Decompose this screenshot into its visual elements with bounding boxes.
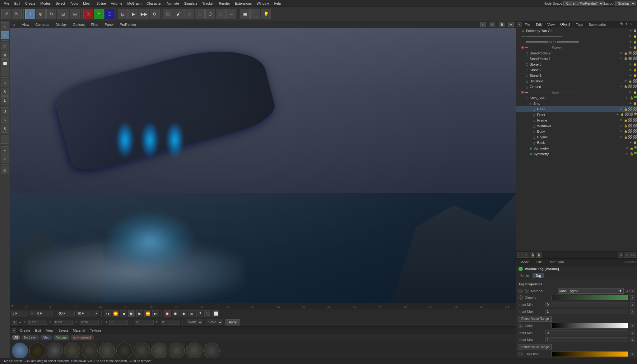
lock-btn-head[interactable]: 🔒 — [623, 107, 628, 111]
menu-render[interactable]: Render — [216, 1, 232, 6]
obj-settings-icon[interactable]: ⚙ — [630, 22, 635, 27]
apply-btn[interactable]: Apply — [226, 319, 240, 325]
tree-item-bigstone[interactable]: △ BigStone 👁 🔒 — [516, 78, 637, 84]
rotate-tool-btn[interactable]: ↻ — [46, 9, 56, 19]
menu-volume[interactable]: Volume — [109, 1, 125, 6]
y-input[interactable] — [54, 320, 73, 325]
eye-btn-engine[interactable]: 👁 — [619, 135, 623, 139]
sidebar-s3-btn[interactable]: S — [1, 107, 9, 115]
tree-item-ground[interactable]: △ Ground 👁 🔒 — [516, 84, 637, 90]
poly-btn[interactable]: ⬡ — [184, 9, 194, 19]
z-input[interactable] — [80, 320, 99, 325]
tree-item-front[interactable]: △ Front 👁 🔒 — [516, 112, 637, 117]
tree-item-stone3[interactable]: ⬡ Stone 3 👁 🔒 — [516, 62, 637, 67]
mat-btn2[interactable]: ▼ — [630, 289, 635, 293]
attr-tag-tab[interactable]: Tag — [532, 273, 544, 278]
eye-btn-sym1[interactable]: 👁 — [625, 146, 629, 150]
coords-icon[interactable]: – — [19, 320, 21, 324]
lock-btn-shipsds[interactable]: 🔒 — [629, 96, 634, 100]
eye-btn-vdb[interactable]: 👁 — [628, 40, 632, 44]
vt-corner-btn3[interactable]: 🔒 — [499, 22, 504, 27]
tree-item-planet[interactable]: ━━ =========== Planet =========== 👁 🔒 — [516, 45, 637, 50]
sidebar-l-btn[interactable]: L — [1, 96, 9, 104]
menu-mograph[interactable]: MoGraph — [125, 1, 144, 6]
sidebar-face-btn[interactable]: ▦ — [1, 51, 9, 59]
render-btn[interactable]: ▶▶ — [139, 9, 149, 19]
filter-icon[interactable]: ▼ — [625, 22, 630, 27]
lock-btn-windows[interactable]: 🔒 — [623, 124, 628, 128]
render-settings-btn[interactable]: ⚙ — [150, 9, 160, 19]
sidebar-point-btn[interactable]: · — [1, 68, 9, 76]
x-axis-btn[interactable]: X — [83, 9, 93, 19]
density-expand-btn[interactable]: ▼ — [630, 295, 635, 300]
mat-texture-btn[interactable]: Texture — [89, 329, 102, 332]
menu-spline[interactable]: Spline — [94, 1, 109, 6]
lock-btn-scene[interactable]: 🔒 — [633, 29, 637, 33]
z-axis-btn[interactable]: Z — [105, 9, 114, 19]
tab-bookmarks[interactable]: Bookmarks — [586, 22, 608, 27]
tab-object[interactable]: Object — [558, 22, 573, 27]
eye-btn-stone1[interactable]: 👁 — [628, 73, 632, 78]
display-btn[interactable]: ⬛ — [250, 9, 260, 19]
goto-end-btn[interactable]: ⏭ — [152, 310, 159, 317]
vt-filter-btn[interactable]: Filter — [90, 23, 100, 26]
eye-btn-sym2[interactable]: 👁 — [625, 152, 629, 156]
lock-btn-stone2[interactable]: 🔒 — [633, 68, 637, 72]
tree-nav-r2[interactable]: ▷ — [624, 252, 630, 258]
color-circle-btn[interactable]: ▷ — [518, 324, 523, 328]
time-dropdown[interactable]: ▼ — [94, 311, 99, 316]
tree-nav-back[interactable]: ← — [517, 252, 523, 258]
eye-btn-sr1[interactable]: 👁 — [619, 57, 623, 61]
scale-tool-btn[interactable]: ⊕ — [36, 9, 46, 19]
tree-nav-lock[interactable]: 🔒 — [530, 252, 535, 258]
eye-btn-ship[interactable]: 👁 — [628, 101, 632, 106]
tree-item-scene[interactable]: ≡ Scene by Yan Ge 👁 🔒 — [516, 28, 637, 34]
h-input[interactable] — [109, 320, 128, 325]
motion-btn[interactable]: ≋ — [188, 310, 195, 317]
lock-btn-ship-sep[interactable]: 🔒 — [633, 90, 637, 94]
transform-btn[interactable]: ⊞ — [57, 9, 69, 19]
attr-userdata-tab[interactable]: User Data — [546, 260, 567, 265]
filter-ship[interactable]: Ship — [40, 335, 52, 340]
eye-btn-ship-sep[interactable]: 👁 — [628, 90, 632, 94]
eye-btn-head[interactable]: 👁 — [619, 107, 623, 111]
lock-btn-frame[interactable]: 🔒 — [623, 118, 628, 122]
obj-menu-btn[interactable]: ≡ — [517, 22, 522, 27]
viewport-menu-btn[interactable]: ≡ — [12, 22, 17, 27]
camera-btn[interactable]: ◎ — [70, 9, 80, 19]
mat-edit-btn[interactable]: Edit — [34, 329, 42, 332]
density-circle-btn[interactable]: ▷ — [518, 295, 523, 300]
next-key-btn[interactable]: ⏩ — [144, 310, 151, 317]
vt-prorender-btn[interactable]: ProRender — [119, 23, 137, 26]
tree-item-vdb[interactable]: ━━ =========== VDB =========== 👁 🔒 — [516, 39, 637, 45]
color-expand-btn[interactable]: ▼ — [630, 324, 635, 328]
menu-create[interactable]: Create — [23, 1, 38, 6]
tree-nav-r3[interactable]: ▷▷ — [630, 252, 636, 258]
mat-btn1[interactable]: ▲ — [625, 289, 630, 293]
lock-btn-engine[interactable]: 🔒 — [623, 135, 628, 139]
eye-btn-stone3[interactable]: 👁 — [628, 62, 632, 67]
mat-view-btn[interactable]: View — [45, 329, 55, 332]
selection-btn[interactable]: ▣ — [240, 9, 250, 19]
perspective-btn[interactable]: ⬡ — [163, 9, 173, 19]
eye-btn-scene[interactable]: 👁 — [628, 29, 632, 33]
lock-btn-vdb[interactable]: 🔒 — [633, 40, 637, 44]
eye-btn-sep1[interactable]: 👁 — [628, 34, 632, 39]
play-btn[interactable]: ▶ — [128, 310, 135, 317]
timeline-mode-btn[interactable]: ⬛ — [204, 310, 211, 317]
y-axis-btn[interactable]: Y — [94, 9, 104, 19]
eye-btn-ground[interactable]: 👁 — [619, 85, 623, 89]
sidebar-misc-btn[interactable]: ◎ — [1, 166, 9, 174]
lock-btn-sr1[interactable]: 🔒 — [623, 57, 628, 61]
menu-character[interactable]: Character — [144, 1, 164, 6]
render-view-btn[interactable]: ▶ — [128, 9, 138, 19]
coords-menu-btn[interactable]: ≡ — [12, 320, 17, 325]
tree-item-sym1[interactable]: ⊕ Symmetry 👁 🔒 — [516, 145, 637, 151]
filter-all[interactable]: All — [12, 335, 20, 340]
tree-item-ship-sep[interactable]: ━━ =========== Ship =========== 👁 🔒 — [516, 90, 637, 95]
menu-edit[interactable]: Edit — [12, 1, 23, 6]
search-icon[interactable]: 🔍 — [620, 22, 625, 27]
timeline-view-btn[interactable]: ⬜ — [212, 310, 219, 317]
eye-btn-shipsds[interactable]: 👁 — [625, 96, 629, 100]
move-tool-btn[interactable]: ✛ — [25, 9, 35, 19]
